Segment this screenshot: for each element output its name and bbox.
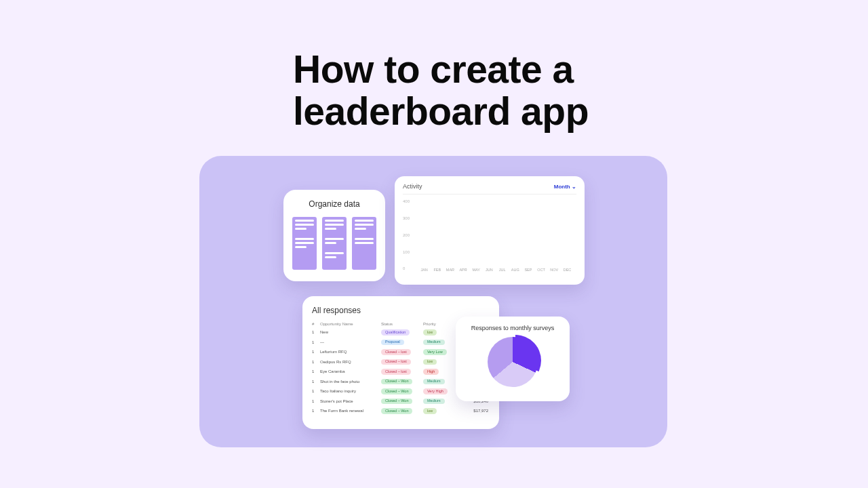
pie-chart [488, 337, 538, 387]
column-icon [322, 217, 347, 270]
y-tick: 400 [403, 199, 410, 203]
page-title: How to create aleaderboard app [293, 49, 589, 132]
organize-columns [292, 217, 377, 270]
column-icon [352, 217, 376, 270]
pie-title: Responses to monthly surveys [464, 325, 561, 331]
card-organize-data: Organize data [283, 190, 385, 281]
column-icon [292, 217, 317, 270]
activity-bar-chart: 400 300 200 100 0 JANFEBMARAPRMAYJUNJULA… [403, 199, 576, 272]
card-organize-title: Organize data [292, 199, 377, 209]
y-tick: 0 [403, 266, 405, 270]
card-activity-chart: Activity Month ⌄ 400 300 200 100 0 JANFE… [395, 176, 585, 285]
y-tick: 300 [403, 216, 410, 220]
activity-title: Activity [403, 183, 422, 190]
y-tick: 200 [403, 233, 410, 237]
table-row: 1The Form Bank renewalClosed – Wonlow$17… [312, 406, 490, 416]
responses-title: All responses [312, 306, 490, 315]
activity-period-selector[interactable]: Month ⌄ [554, 184, 576, 190]
y-tick: 100 [403, 250, 410, 254]
hero-illustration-panel: Organize data Activity [199, 156, 667, 447]
card-pie-surveys: Responses to monthly surveys [456, 317, 570, 401]
chevron-down-icon: ⌄ [570, 184, 576, 190]
